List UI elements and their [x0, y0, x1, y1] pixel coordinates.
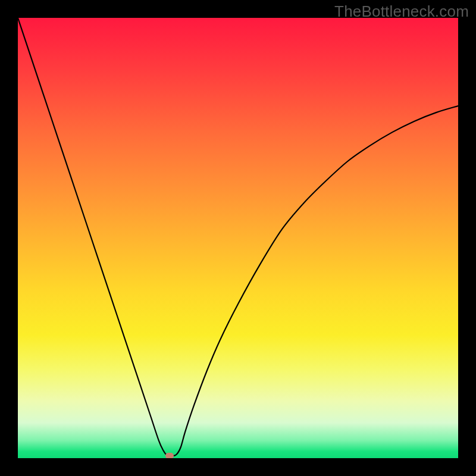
watermark-text: TheBottleneck.com [334, 2, 469, 21]
bottleneck-curve [18, 18, 458, 458]
plot-area [18, 18, 458, 458]
minimum-marker [165, 453, 174, 458]
chart-frame: TheBottleneck.com [0, 0, 476, 476]
